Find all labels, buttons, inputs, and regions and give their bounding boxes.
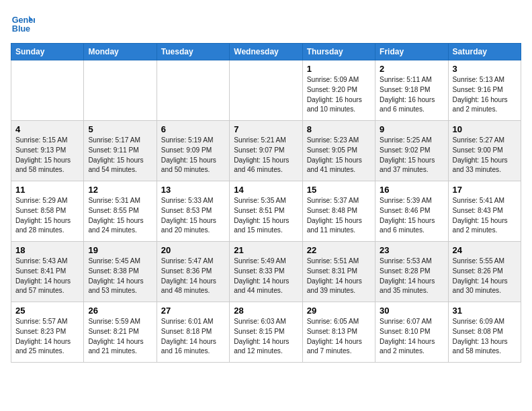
day-number: 1 xyxy=(307,64,371,74)
calendar-cell: 20Sunrise: 5:47 AMSunset: 8:36 PMDayligh… xyxy=(157,242,229,302)
day-number: 9 xyxy=(380,124,443,134)
day-info: Sunrise: 5:25 AMSunset: 9:02 PMDaylight:… xyxy=(380,136,443,175)
day-header-tuesday: Tuesday xyxy=(157,44,229,60)
day-number: 27 xyxy=(161,306,225,316)
calendar-cell: 14Sunrise: 5:35 AMSunset: 8:51 PMDayligh… xyxy=(230,181,302,242)
day-number: 21 xyxy=(234,245,298,255)
logo-icon: General Blue xyxy=(11,11,35,35)
day-info: Sunrise: 5:51 AMSunset: 8:31 PMDaylight:… xyxy=(307,257,371,296)
calendar-cell: 19Sunrise: 5:45 AMSunset: 8:38 PMDayligh… xyxy=(84,242,157,302)
day-info: Sunrise: 6:01 AMSunset: 8:18 PMDaylight:… xyxy=(161,317,225,357)
day-info: Sunrise: 5:33 AMSunset: 8:53 PMDaylight:… xyxy=(161,196,225,236)
calendar-cell: 12Sunrise: 5:31 AMSunset: 8:55 PMDayligh… xyxy=(84,181,157,242)
calendar-cell: 9Sunrise: 5:25 AMSunset: 9:02 PMDaylight… xyxy=(375,121,448,181)
day-number: 5 xyxy=(88,124,152,134)
day-number: 14 xyxy=(234,185,298,195)
day-info: Sunrise: 5:09 AMSunset: 9:20 PMDaylight:… xyxy=(307,75,371,115)
day-info: Sunrise: 6:09 AMSunset: 8:08 PMDaylight:… xyxy=(453,317,517,357)
day-info: Sunrise: 5:45 AMSunset: 8:38 PMDaylight:… xyxy=(88,257,152,296)
calendar-cell: 10Sunrise: 5:27 AMSunset: 9:00 PMDayligh… xyxy=(448,121,521,181)
calendar-cell: 21Sunrise: 5:49 AMSunset: 8:33 PMDayligh… xyxy=(230,242,302,302)
calendar-cell: 17Sunrise: 5:41 AMSunset: 8:43 PMDayligh… xyxy=(448,181,521,242)
day-info: Sunrise: 5:53 AMSunset: 8:28 PMDaylight:… xyxy=(380,257,443,296)
day-header-friday: Friday xyxy=(375,44,448,60)
day-info: Sunrise: 5:13 AMSunset: 9:16 PMDaylight:… xyxy=(453,75,517,115)
calendar-cell: 5Sunrise: 5:17 AMSunset: 9:11 PMDaylight… xyxy=(84,121,157,181)
week-row-1: 1Sunrise: 5:09 AMSunset: 9:20 PMDaylight… xyxy=(11,60,521,121)
day-number: 13 xyxy=(161,185,225,195)
day-number: 25 xyxy=(15,306,79,316)
calendar-cell: 22Sunrise: 5:51 AMSunset: 8:31 PMDayligh… xyxy=(302,242,375,302)
calendar-cell xyxy=(157,60,229,121)
calendar-cell: 16Sunrise: 5:39 AMSunset: 8:46 PMDayligh… xyxy=(375,181,448,242)
day-info: Sunrise: 5:11 AMSunset: 9:18 PMDaylight:… xyxy=(380,75,443,115)
day-number: 26 xyxy=(88,306,152,316)
day-number: 22 xyxy=(307,245,371,255)
day-number: 29 xyxy=(307,306,371,316)
day-info: Sunrise: 5:39 AMSunset: 8:46 PMDaylight:… xyxy=(380,196,443,236)
week-row-5: 25Sunrise: 5:57 AMSunset: 8:23 PMDayligh… xyxy=(11,302,521,363)
calendar-cell: 30Sunrise: 6:07 AMSunset: 8:10 PMDayligh… xyxy=(375,302,448,363)
day-number: 4 xyxy=(15,124,79,134)
day-header-monday: Monday xyxy=(84,44,157,60)
calendar-cell: 25Sunrise: 5:57 AMSunset: 8:23 PMDayligh… xyxy=(11,302,84,363)
svg-text:Blue: Blue xyxy=(12,24,30,34)
calendar-cell: 11Sunrise: 5:29 AMSunset: 8:58 PMDayligh… xyxy=(11,181,84,242)
day-info: Sunrise: 5:35 AMSunset: 8:51 PMDaylight:… xyxy=(234,196,298,236)
day-header-saturday: Saturday xyxy=(448,44,521,60)
day-number: 15 xyxy=(307,185,371,195)
calendar-cell: 23Sunrise: 5:53 AMSunset: 8:28 PMDayligh… xyxy=(375,242,448,302)
day-info: Sunrise: 5:31 AMSunset: 8:55 PMDaylight:… xyxy=(88,196,152,236)
calendar-cell: 27Sunrise: 6:01 AMSunset: 8:18 PMDayligh… xyxy=(157,302,229,363)
calendar-cell: 28Sunrise: 6:03 AMSunset: 8:15 PMDayligh… xyxy=(230,302,302,363)
calendar-cell: 7Sunrise: 5:21 AMSunset: 9:07 PMDaylight… xyxy=(230,121,302,181)
day-info: Sunrise: 5:27 AMSunset: 9:00 PMDaylight:… xyxy=(453,136,517,175)
day-number: 7 xyxy=(234,124,298,134)
day-info: Sunrise: 6:03 AMSunset: 8:15 PMDaylight:… xyxy=(234,317,298,357)
day-info: Sunrise: 5:57 AMSunset: 8:23 PMDaylight:… xyxy=(15,317,79,357)
calendar-cell xyxy=(230,60,302,121)
day-info: Sunrise: 5:15 AMSunset: 9:13 PMDaylight:… xyxy=(15,136,79,175)
week-row-3: 11Sunrise: 5:29 AMSunset: 8:58 PMDayligh… xyxy=(11,181,521,242)
calendar-cell: 13Sunrise: 5:33 AMSunset: 8:53 PMDayligh… xyxy=(157,181,229,242)
calendar-cell: 31Sunrise: 6:09 AMSunset: 8:08 PMDayligh… xyxy=(448,302,521,363)
calendar-cell: 6Sunrise: 5:19 AMSunset: 9:09 PMDaylight… xyxy=(157,121,229,181)
day-header-thursday: Thursday xyxy=(302,44,375,60)
day-info: Sunrise: 6:07 AMSunset: 8:10 PMDaylight:… xyxy=(380,317,443,357)
day-info: Sunrise: 5:23 AMSunset: 9:05 PMDaylight:… xyxy=(307,136,371,175)
day-number: 24 xyxy=(453,245,517,255)
day-number: 20 xyxy=(161,245,225,255)
day-info: Sunrise: 5:43 AMSunset: 8:41 PMDaylight:… xyxy=(15,257,79,296)
calendar-cell: 2Sunrise: 5:11 AMSunset: 9:18 PMDaylight… xyxy=(375,60,448,121)
calendar-cell: 26Sunrise: 5:59 AMSunset: 8:21 PMDayligh… xyxy=(84,302,157,363)
day-number: 2 xyxy=(380,64,443,74)
day-number: 23 xyxy=(380,245,443,255)
day-info: Sunrise: 5:19 AMSunset: 9:09 PMDaylight:… xyxy=(161,136,225,175)
day-info: Sunrise: 5:47 AMSunset: 8:36 PMDaylight:… xyxy=(161,257,225,296)
day-info: Sunrise: 5:55 AMSunset: 8:26 PMDaylight:… xyxy=(453,257,517,296)
day-info: Sunrise: 5:49 AMSunset: 8:33 PMDaylight:… xyxy=(234,257,298,296)
day-header-row: SundayMondayTuesdayWednesdayThursdayFrid… xyxy=(11,44,521,60)
day-number: 10 xyxy=(453,124,517,134)
week-row-4: 18Sunrise: 5:43 AMSunset: 8:41 PMDayligh… xyxy=(11,242,521,302)
calendar-cell xyxy=(84,60,157,121)
day-number: 28 xyxy=(234,306,298,316)
calendar-cell: 18Sunrise: 5:43 AMSunset: 8:41 PMDayligh… xyxy=(11,242,84,302)
day-number: 6 xyxy=(161,124,225,134)
day-number: 3 xyxy=(453,64,517,74)
day-header-sunday: Sunday xyxy=(11,44,84,60)
calendar-cell: 3Sunrise: 5:13 AMSunset: 9:16 PMDaylight… xyxy=(448,60,521,121)
day-number: 31 xyxy=(453,306,517,316)
day-info: Sunrise: 5:21 AMSunset: 9:07 PMDaylight:… xyxy=(234,136,298,175)
logo: General Blue xyxy=(11,11,38,35)
day-info: Sunrise: 5:59 AMSunset: 8:21 PMDaylight:… xyxy=(88,317,152,357)
calendar-cell: 8Sunrise: 5:23 AMSunset: 9:05 PMDaylight… xyxy=(302,121,375,181)
day-number: 11 xyxy=(15,185,79,195)
day-number: 17 xyxy=(453,185,517,195)
calendar-cell: 1Sunrise: 5:09 AMSunset: 9:20 PMDaylight… xyxy=(302,60,375,121)
day-number: 12 xyxy=(88,185,152,195)
week-row-2: 4Sunrise: 5:15 AMSunset: 9:13 PMDaylight… xyxy=(11,121,521,181)
day-number: 19 xyxy=(88,245,152,255)
day-header-wednesday: Wednesday xyxy=(230,44,302,60)
day-number: 18 xyxy=(15,245,79,255)
